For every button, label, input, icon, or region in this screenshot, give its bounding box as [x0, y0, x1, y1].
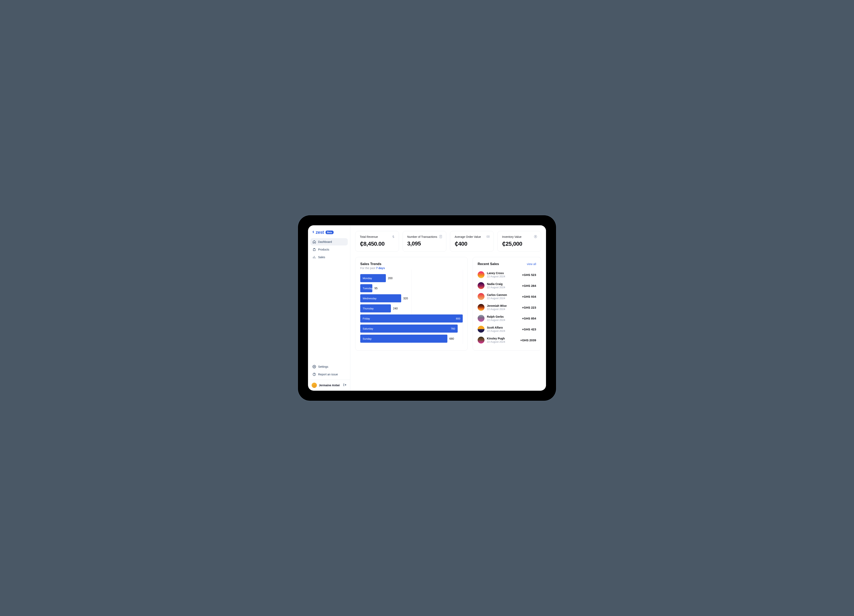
help-icon	[313, 372, 316, 376]
sale-row[interactable]: Carlos Cannon22 August 2024+GHS 934	[477, 291, 536, 302]
bar-value: 95	[374, 287, 378, 290]
metric-value: 3,095	[407, 241, 442, 247]
bar[interactable]: Friday800	[360, 314, 463, 323]
sale-amount: +GHS 523	[522, 273, 536, 276]
metric-value: ₵8,450.00	[360, 241, 394, 247]
brand-logo: zest	[312, 230, 324, 235]
bar-row: Sunday680	[360, 335, 463, 343]
sidebar-item-label: Products	[318, 248, 329, 251]
sidebar-item-dashboard[interactable]: Dashboard	[310, 238, 348, 245]
bar-row: Wednesday320	[360, 294, 463, 302]
metric-label: Total Revenue	[360, 235, 394, 238]
nav: DashboardProductsSales	[310, 238, 348, 261]
bar-category: Tuesday	[363, 287, 372, 290]
bar-value: 760	[451, 327, 455, 330]
metric-value: ₵25,000	[502, 241, 537, 247]
logout-icon[interactable]	[343, 383, 346, 387]
sale-amount: +GHS 423	[522, 328, 536, 331]
metric-card: Inventory Value₵25,000	[497, 231, 541, 252]
brand-row: zest Beta	[310, 229, 348, 238]
bars-icon	[313, 255, 316, 259]
sidebar-bottom: SettingsReport an issue	[310, 363, 348, 378]
sale-avatar	[477, 337, 485, 343]
sidebar-item-sales[interactable]: Sales	[310, 253, 348, 261]
sidebar-item-settings[interactable]: Settings	[310, 363, 348, 371]
sale-amount: +GHS 934	[522, 295, 536, 298]
sale-name: Ralph Gerbs	[487, 315, 520, 318]
sale-amount: +GHS 854	[522, 317, 536, 320]
bar[interactable]: Monday	[360, 274, 386, 282]
bar[interactable]: Tuesday	[360, 284, 372, 292]
recent-sales-header: Recent Sales view all	[477, 262, 536, 266]
sale-info: Kinsley Pugh22 August 2024	[487, 337, 518, 343]
bar-row: Friday800	[360, 314, 463, 323]
metric-card: Total Revenue₵8,450.00	[355, 231, 399, 252]
bar-category: Saturday	[363, 327, 373, 330]
svg-rect-4	[487, 236, 490, 238]
sale-info: Nadia Craig22 August 2024	[487, 282, 520, 289]
sale-amount: +GHS 284	[522, 284, 536, 287]
bar-row: Thursday240	[360, 304, 463, 313]
sale-date: 22 August 2024	[487, 297, 520, 300]
bar-value: 240	[393, 307, 398, 310]
sale-date: 22 August 2024	[487, 286, 520, 289]
tablet-frame: zest Beta DashboardProductsSales Setting…	[298, 215, 556, 401]
user-row[interactable]: Jermaine Antwi	[308, 380, 350, 391]
bar-row: Monday200	[360, 274, 463, 282]
sale-info: Carlos Cannon22 August 2024	[487, 293, 520, 300]
bar-row: Tuesday95	[360, 284, 463, 292]
sale-date: 22 August 2024	[487, 329, 520, 332]
user-name: Jermaine Antwi	[319, 384, 341, 387]
sale-avatar	[477, 304, 485, 311]
sale-row[interactable]: Ralph Gerbs22 August 2024+GHS 854	[477, 313, 536, 324]
sale-info: Jeremiah Wise22 August 2024	[487, 304, 520, 311]
bar-value: 320	[403, 297, 408, 300]
recent-sales-card: Recent Sales view all Laney Cross22 Augu…	[473, 257, 541, 351]
sale-amount: +GHS 223	[522, 306, 536, 309]
sale-name: Jeremiah Wise	[487, 304, 520, 307]
sales-bars: Monday200Tuesday95Wednesday320Thursday24…	[360, 274, 463, 343]
svg-point-0	[314, 366, 315, 367]
bar-category: Friday	[363, 317, 370, 320]
sale-row[interactable]: Nadia Craig22 August 2024+GHS 284	[477, 280, 536, 291]
sale-row[interactable]: Kinsley Pugh22 August 2024+GHS 2039	[477, 335, 536, 346]
sales-trends-card: Sales Trends For the past 7 days Monday2…	[355, 257, 468, 351]
sale-row[interactable]: Laney Cross22 August 2024+GHS 523	[477, 269, 536, 280]
sale-avatar	[477, 282, 485, 289]
bar-value: 200	[388, 276, 392, 280]
bag-icon	[313, 248, 316, 251]
svg-point-5	[488, 236, 488, 237]
sale-name: Nadia Craig	[487, 282, 520, 286]
sidebar-item-report-an-issue[interactable]: Report an issue	[310, 371, 348, 378]
banknote-icon	[486, 235, 490, 238]
bar[interactable]: Wednesday	[360, 294, 401, 302]
receipt-icon	[439, 235, 442, 238]
sales-trends-title: Sales Trends	[360, 262, 463, 266]
recent-sales-title: Recent Sales	[477, 262, 499, 266]
sale-info: Scott Alfaro22 August 2024	[487, 326, 520, 332]
sale-info: Ralph Gerbs22 August 2024	[487, 315, 520, 322]
gear-icon	[313, 365, 316, 369]
view-all-link[interactable]: view all	[527, 262, 536, 266]
app-screen: zest Beta DashboardProductsSales Setting…	[308, 225, 546, 391]
sale-date: 22 August 2024	[487, 308, 520, 311]
bar[interactable]: Thursday	[360, 304, 391, 313]
avatar	[312, 383, 317, 388]
sidebar-item-label: Sales	[318, 256, 325, 259]
bar[interactable]: Saturday760	[360, 325, 458, 332]
sale-row[interactable]: Jeremiah Wise22 August 2024+GHS 223	[477, 302, 536, 313]
bar-category: Wednesday	[363, 297, 377, 300]
bar[interactable]: Sunday	[360, 335, 447, 343]
sale-date: 22 August 2024	[487, 275, 520, 278]
sidebar-item-products[interactable]: Products	[310, 246, 348, 253]
metric-label: Average Order Value	[454, 235, 489, 238]
sidebar-item-label: Settings	[318, 365, 328, 368]
sale-row[interactable]: Scott Alfaro22 August 2024+GHS 423	[477, 324, 536, 335]
sidebar-item-label: Report an issue	[318, 373, 338, 376]
sale-date: 22 August 2024	[487, 319, 520, 322]
metric-label: Inventory Value	[502, 235, 537, 238]
beta-badge: Beta	[326, 230, 334, 234]
sales-trends-subtitle: For the past 7 days	[360, 267, 463, 270]
sale-avatar	[477, 315, 485, 322]
bar-value: 800	[456, 317, 460, 320]
